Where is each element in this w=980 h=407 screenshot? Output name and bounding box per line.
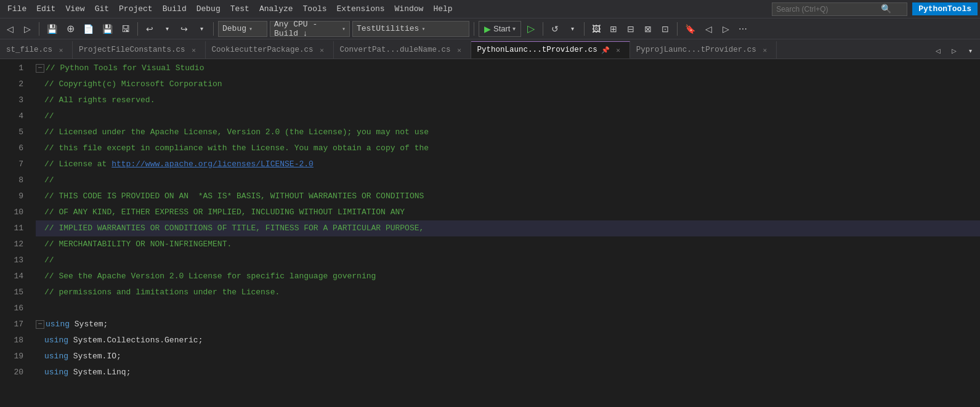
undo-button[interactable]: ↩ (142, 21, 157, 37)
menu-item-extensions[interactable]: Extensions (332, 2, 390, 16)
line-num-10: 10 (5, 204, 23, 220)
config-chevron-icon: ▾ (342, 25, 346, 33)
platform-config-dropdown[interactable]: Any CPU - Build ↓ ▾ (270, 21, 350, 37)
tab-close-icon[interactable]: ✕ (56, 45, 66, 55)
menu-item-analyze[interactable]: Analyze (254, 2, 298, 16)
nav-forward-button[interactable]: ▷ (20, 21, 34, 37)
project-label: TestUtilities (357, 24, 419, 33)
search-box[interactable]: 🔍 (772, 2, 907, 16)
apache-license-link[interactable]: http://www.apache.org/licenses/LICENSE-2… (111, 156, 314, 172)
tab-st-file[interactable]: st_file.cs ✕ (0, 41, 73, 58)
undo-dropdown-button[interactable]: ▾ (160, 21, 174, 37)
tab-convert-pat[interactable]: ConvertPat...duleName.cs ✕ (334, 41, 471, 58)
menu-item-help[interactable]: Help (428, 2, 457, 16)
code-line-16 (36, 300, 980, 316)
tab-close-icon[interactable]: ✕ (614, 45, 623, 55)
save-file-button[interactable]: 💾 (44, 21, 60, 37)
code-line-13: // (36, 252, 980, 268)
bookmark-button[interactable]: 🔖 (682, 21, 699, 37)
menu-item-debug[interactable]: Debug (192, 2, 225, 16)
tab-label: st_file.cs (6, 46, 52, 54)
nav-back-button[interactable]: ◁ (2, 21, 17, 37)
tab-scroll-left-button[interactable]: ◁ (931, 42, 946, 58)
layout-button-3[interactable]: ⊠ (641, 21, 655, 37)
search-icon[interactable]: 🔍 (881, 4, 891, 14)
tab-close-icon[interactable]: ✕ (189, 45, 199, 55)
menu-item-test[interactable]: Test (225, 2, 254, 16)
line-num-1: 1 (5, 60, 23, 76)
line-num-19: 19 (5, 349, 23, 365)
tab-close-icon[interactable]: ✕ (760, 45, 770, 55)
collapse-icon-17[interactable]: ─ (36, 320, 44, 329)
code-line-3: // All rights reserved. (36, 92, 980, 108)
bookmark-more-button[interactable]: ⋯ (735, 21, 750, 37)
toolbar-icon-1[interactable]: ⊕ (63, 21, 78, 37)
menu-item-edit[interactable]: Edit (31, 2, 60, 16)
toolbar-icon-2[interactable]: 📄 (80, 21, 97, 37)
code-text-18-keyword: using (44, 332, 68, 349)
code-text-13: // (44, 252, 54, 268)
code-line-19: using System.IO; (36, 349, 980, 365)
menu-item-file[interactable]: File (2, 2, 31, 16)
debug-config-dropdown[interactable]: Debug ▾ (218, 21, 267, 37)
line-num-18: 18 (5, 332, 23, 349)
code-editor[interactable]: ─ // Python Tools for Visual Studio // C… (31, 59, 980, 407)
toolbar-icon-4[interactable]: 🖫 (118, 21, 133, 37)
tab-scroll-right-button[interactable]: ▷ (947, 42, 962, 58)
code-text-1: // Python Tools for Visual Studio (46, 60, 204, 76)
menu-item-git[interactable]: Git (90, 2, 114, 16)
line-num-2: 2 (5, 76, 23, 92)
layout-button-1[interactable]: ⊞ (606, 21, 621, 37)
layout-button-2[interactable]: ⊟ (623, 21, 638, 37)
start-play-icon: ▶ (484, 24, 491, 34)
tab-project-file-constants[interactable]: ProjectFileConstants.cs ✕ (73, 41, 206, 58)
layout-button-4[interactable]: ⊡ (658, 21, 673, 37)
redo-button[interactable]: ↪ (177, 21, 192, 37)
line-num-15: 15 (5, 284, 23, 300)
menu-item-window[interactable]: Window (390, 2, 429, 16)
toolbar-icon-3[interactable]: 💾 (99, 21, 116, 37)
bookmark-prev-button[interactable]: ◁ (701, 21, 716, 37)
redo-dropdown-button[interactable]: ▾ (194, 21, 209, 37)
menu-item-build[interactable]: Build (158, 2, 192, 16)
code-text-14: // See the Apache Version 2.0 License fo… (44, 268, 376, 284)
line-num-8: 8 (5, 172, 23, 188)
code-text-19-keyword: using (44, 349, 68, 365)
config-label: Any CPU - Build ↓ (274, 20, 339, 38)
start-secondary-button[interactable]: ▷ (524, 21, 538, 37)
search-input[interactable] (776, 5, 881, 14)
code-line-17: ─ using System; (36, 316, 980, 332)
tab-python-launch[interactable]: PythonLaunc...tProvider.cs 📌 ✕ (471, 41, 630, 58)
line-num-5: 5 (5, 124, 23, 140)
start-chevron-icon: ▾ (512, 25, 516, 32)
tab-close-icon[interactable]: ✕ (455, 45, 464, 55)
line-num-3: 3 (5, 92, 23, 108)
menu-item-view[interactable]: View (60, 2, 89, 16)
code-text-8: // (44, 172, 54, 188)
start-button[interactable]: ▶ Start ▾ (479, 21, 521, 37)
python-tools-button[interactable]: PythonTools (912, 2, 978, 15)
code-line-5: // Licensed under the Apache License, Ve… (36, 124, 980, 140)
code-line-10: // OF ANY KIND, EITHER EXPRESS OR IMPLIE… (36, 204, 980, 220)
code-text-9: // THIS CODE IS PROVIDED ON AN *AS IS* B… (44, 188, 424, 204)
project-dropdown[interactable]: TestUtilities ▾ (352, 21, 469, 37)
bookmark-next-button[interactable]: ▷ (718, 21, 733, 37)
line-num-4: 4 (5, 108, 23, 124)
line-num-11: 11 (5, 220, 23, 236)
tab-list-button[interactable]: ▾ (963, 42, 978, 58)
separator-1 (39, 22, 39, 36)
collapse-icon-1[interactable]: ─ (36, 64, 44, 73)
screenshot-button[interactable]: 🖼 (589, 21, 604, 37)
tab-cookiecutter-package[interactable]: CookiecutterPackage.cs ✕ (206, 41, 334, 58)
debug-chevron-icon: ▾ (249, 25, 253, 33)
line-num-12: 12 (5, 236, 23, 252)
code-line-8: // (36, 172, 980, 188)
menu-item-tools[interactable]: Tools (298, 2, 332, 16)
menu-item-project[interactable]: Project (114, 2, 158, 16)
refresh-dropdown-button[interactable]: ▾ (565, 21, 580, 37)
separator-6 (584, 22, 585, 36)
line-num-14: 14 (5, 268, 23, 284)
tab-close-icon[interactable]: ✕ (317, 45, 327, 55)
refresh-button[interactable]: ↺ (548, 21, 562, 37)
tab-pyproj-launch[interactable]: PyprojLaunc...tProvider.cs ✕ (630, 41, 777, 58)
